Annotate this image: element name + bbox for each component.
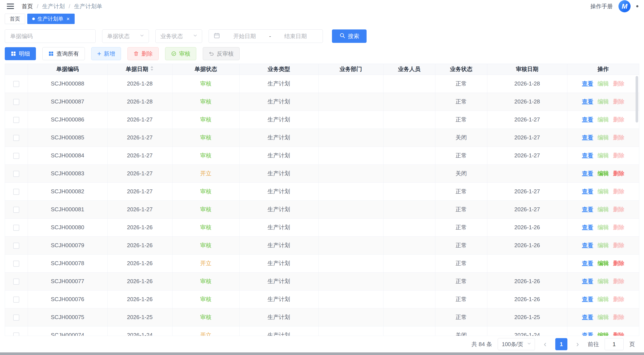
edit-link[interactable]: 编辑 [598,224,609,230]
audit-button[interactable]: 审核 [165,47,196,60]
row-checkbox[interactable] [13,171,19,177]
view-link[interactable]: 查看 [582,80,593,87]
row-checkbox[interactable] [13,332,19,336]
edit-link[interactable]: 编辑 [598,134,609,141]
edit-link[interactable]: 编辑 [598,314,609,320]
edit-link[interactable]: 编辑 [598,80,609,87]
delete-link[interactable]: 删除 [613,98,624,105]
unaudit-button[interactable]: 反审核 [203,47,240,60]
cell-doc-status: 审核 [172,200,239,218]
biz-status-select[interactable]: 业务状态 [155,30,202,43]
row-checkbox[interactable] [13,153,19,159]
delete-link[interactable]: 删除 [613,188,624,194]
row-checkbox[interactable] [13,225,19,231]
edit-link[interactable]: 编辑 [598,170,609,177]
cell-doc-status: 审核 [172,236,239,254]
cell-biz-dept [318,254,383,272]
row-checkbox[interactable] [13,314,19,320]
cell-audit-date: 2026-1-25 [487,308,567,326]
cell-doc-code: SCJH000074 [28,326,107,336]
tab-production-plan[interactable]: 生产计划单 × [27,14,75,24]
view-link[interactable]: 查看 [582,134,593,141]
cell-operations: 查看编辑删除 [567,236,639,254]
view-link[interactable]: 查看 [582,224,593,230]
query-all-button[interactable]: 查询所有 [42,47,85,60]
cell-doc-date: 2026-1-27 [107,110,172,128]
page-number-button[interactable]: 1 [555,338,568,350]
edit-link[interactable]: 编辑 [598,98,609,105]
row-checkbox[interactable] [13,135,19,141]
delete-link[interactable]: 删除 [613,278,624,284]
edit-link[interactable]: 编辑 [598,296,609,302]
prev-page-button[interactable]: ‹ [540,340,550,348]
avatar[interactable]: M [618,0,630,12]
row-checkbox[interactable] [13,278,19,285]
delete-link[interactable]: 删除 [613,224,624,230]
detail-button[interactable]: 明细 [5,47,36,60]
row-checkbox[interactable] [13,296,19,302]
delete-link[interactable]: 删除 [613,170,624,177]
view-link[interactable]: 查看 [582,278,593,284]
view-link[interactable]: 查看 [582,296,593,302]
date-range-picker[interactable]: 开始日期 - 结束日期 [208,30,323,43]
view-link[interactable]: 查看 [582,206,593,212]
view-link[interactable]: 查看 [582,116,593,123]
delete-link[interactable]: 删除 [613,314,624,320]
row-checkbox[interactable] [13,207,19,213]
edit-link[interactable]: 编辑 [598,260,609,266]
scrollbar[interactable] [636,76,638,122]
edit-link[interactable]: 编辑 [598,206,609,212]
edit-link[interactable]: 编辑 [598,152,609,159]
delete-button[interactable]: 删除 [128,47,158,60]
add-button[interactable]: + 新增 [91,47,121,60]
sort-caret-icon[interactable] [150,66,154,72]
breadcrumb-production-plan[interactable]: 生产计划 [42,2,65,10]
row-checkbox[interactable] [13,243,19,249]
edit-link[interactable]: 编辑 [598,242,609,248]
doc-code-input[interactable] [5,30,96,43]
end-date-placeholder[interactable]: 结束日期 [273,32,318,40]
delete-link[interactable]: 删除 [613,80,624,87]
delete-link[interactable]: 删除 [613,296,624,302]
delete-link[interactable]: 删除 [613,260,624,266]
delete-link[interactable]: 删除 [613,332,624,336]
cell-operations: 查看编辑删除 [567,218,639,236]
row-checkbox[interactable] [13,81,19,87]
view-link[interactable]: 查看 [582,242,593,248]
tab-home[interactable]: 首页 [5,14,25,24]
page-size-select[interactable]: 100条/页 [498,338,535,350]
collapse-menu-icon[interactable] [6,2,15,11]
delete-link[interactable]: 删除 [613,206,624,212]
next-page-button[interactable]: › [573,340,582,348]
row-checkbox-cell [5,128,28,146]
manual-link[interactable]: 操作手册 [590,2,613,10]
doc-status-select[interactable]: 单据状态 [102,30,149,43]
row-checkbox[interactable] [13,117,19,123]
close-icon[interactable]: × [66,16,70,22]
delete-link[interactable]: 删除 [613,134,624,141]
breadcrumb-home[interactable]: 首页 [22,2,33,10]
row-checkbox[interactable] [13,99,19,105]
header-doc-date[interactable]: 单据日期 [107,64,172,75]
view-link[interactable]: 查看 [582,260,593,266]
goto-page-input[interactable] [604,338,624,350]
view-link[interactable]: 查看 [582,170,593,177]
search-button[interactable]: 搜索 [332,30,366,43]
edit-link[interactable]: 编辑 [598,332,609,336]
row-checkbox[interactable] [13,260,19,267]
view-link[interactable]: 查看 [582,332,593,336]
edit-link[interactable]: 编辑 [598,278,609,284]
delete-link[interactable]: 删除 [613,116,624,123]
start-date-placeholder[interactable]: 开始日期 [222,32,267,40]
delete-link[interactable]: 删除 [613,242,624,248]
view-link[interactable]: 查看 [582,152,593,159]
edit-link[interactable]: 编辑 [598,188,609,194]
delete-link[interactable]: 删除 [613,152,624,159]
edit-link[interactable]: 编辑 [598,116,609,123]
row-checkbox[interactable] [13,189,19,195]
table-row: SCJH0000772026-1-26审核生产计划正常2026-1-26查看编辑… [5,272,639,290]
row-checkbox-cell [5,308,28,326]
view-link[interactable]: 查看 [582,188,593,194]
view-link[interactable]: 查看 [582,98,593,105]
view-link[interactable]: 查看 [582,314,593,320]
